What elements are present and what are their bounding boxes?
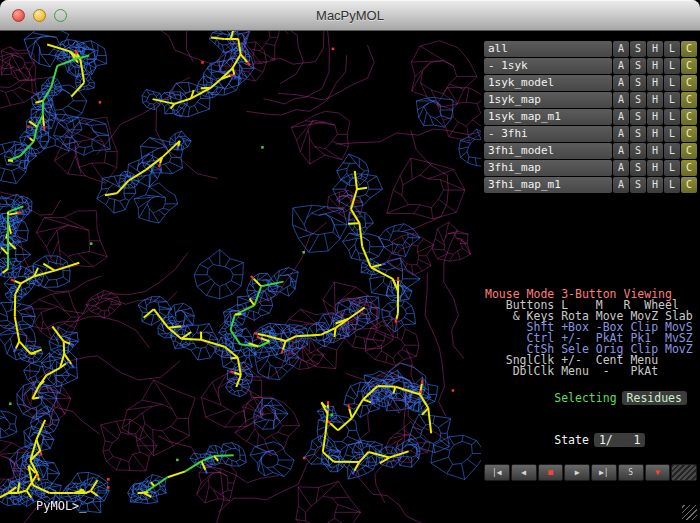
color-button[interactable]: C xyxy=(681,92,697,108)
hide-button[interactable]: H xyxy=(647,143,663,159)
traffic-lights xyxy=(12,0,67,30)
hide-button[interactable]: H xyxy=(647,177,663,193)
show-button[interactable]: S xyxy=(630,126,646,142)
hide-button[interactable]: H xyxy=(647,58,663,74)
movie-controls: |◀ ◀ ■ ▶ ▶| S ▼ xyxy=(484,464,697,481)
show-button[interactable]: S xyxy=(630,58,646,74)
color-button[interactable]: C xyxy=(681,41,697,57)
object-name-button[interactable]: 1syk_model xyxy=(484,75,612,91)
object-name-button[interactable]: 1syk_map xyxy=(484,92,612,108)
object-name-button[interactable]: 1syk_map_m1 xyxy=(484,109,612,125)
label-button[interactable]: L xyxy=(664,58,680,74)
minimize-button[interactable] xyxy=(33,9,46,22)
viewport-3d[interactable]: PyMOL>_ xyxy=(0,31,481,523)
selecting-row: SelectingResidues xyxy=(485,377,700,419)
object-row: 1syk_model A S H L C xyxy=(484,75,697,91)
object-row: - 1syk A S H L C xyxy=(484,58,697,74)
panel-spacer xyxy=(481,194,700,289)
color-button[interactable]: C xyxy=(681,126,697,142)
object-name-button[interactable]: all xyxy=(484,41,612,57)
color-button[interactable]: C xyxy=(681,177,697,193)
color-button[interactable]: C xyxy=(681,58,697,74)
show-button[interactable]: S xyxy=(630,109,646,125)
action-button[interactable]: A xyxy=(613,41,629,57)
macpymol-window: MacPyMOL PyMOL>_ all A S H L C - 1syk A xyxy=(0,0,700,523)
object-row: 3fhi_map A S H L C xyxy=(484,160,697,176)
state-value: 1/ 1 xyxy=(594,433,646,447)
stop-button[interactable]: ■ xyxy=(538,464,564,481)
object-list: all A S H L C - 1syk A S H L C 1syk_mode… xyxy=(481,41,700,194)
zoom-button[interactable] xyxy=(54,9,67,22)
action-button[interactable]: A xyxy=(613,177,629,193)
show-button[interactable]: S xyxy=(630,177,646,193)
action-button[interactable]: A xyxy=(613,109,629,125)
object-name-button[interactable]: 3fhi_map_m1 xyxy=(484,177,612,193)
label-button[interactable]: L xyxy=(664,177,680,193)
last-frame-button[interactable]: ▶| xyxy=(591,464,617,481)
show-button[interactable]: S xyxy=(630,143,646,159)
color-button[interactable]: C xyxy=(681,160,697,176)
color-button[interactable]: C xyxy=(681,143,697,159)
hide-button[interactable]: H xyxy=(647,41,663,57)
object-row: 1syk_map A S H L C xyxy=(484,92,697,108)
show-button[interactable]: S xyxy=(630,160,646,176)
object-name-button[interactable]: - 3fhi xyxy=(484,126,612,142)
state-row: State1/ 1 xyxy=(485,419,700,461)
action-button[interactable]: A xyxy=(613,58,629,74)
object-row: - 3fhi A S H L C xyxy=(484,126,697,142)
play-button[interactable]: ▶ xyxy=(564,464,590,481)
main-content: PyMOL>_ all A S H L C - 1syk A S H L xyxy=(0,31,700,523)
show-button[interactable]: S xyxy=(630,41,646,57)
state-label: State xyxy=(554,433,589,447)
hide-button[interactable]: H xyxy=(647,75,663,91)
label-button[interactable]: L xyxy=(664,41,680,57)
action-button[interactable]: A xyxy=(613,143,629,159)
label-button[interactable]: L xyxy=(664,160,680,176)
show-button[interactable]: S xyxy=(630,75,646,91)
mouse-help-panel: Mouse Mode 3-Button Viewing Buttons L M … xyxy=(481,289,700,461)
action-button[interactable]: A xyxy=(613,75,629,91)
object-row: 1syk_map_m1 A S H L C xyxy=(484,109,697,125)
window-title: MacPyMOL xyxy=(316,8,384,23)
object-row: all A S H L C xyxy=(484,41,697,57)
close-button[interactable] xyxy=(12,9,25,22)
sidebar: all A S H L C - 1syk A S H L C 1syk_mode… xyxy=(481,31,700,523)
hide-button[interactable]: H xyxy=(647,109,663,125)
scene-button[interactable]: S xyxy=(618,464,644,481)
titlebar[interactable]: MacPyMOL xyxy=(0,0,700,31)
selecting-label: Selecting xyxy=(554,391,616,405)
hide-button[interactable]: H xyxy=(647,126,663,142)
label-button[interactable]: L xyxy=(664,143,680,159)
action-button[interactable]: A xyxy=(613,160,629,176)
vcr-grip-cell xyxy=(671,464,697,481)
hide-button[interactable]: H xyxy=(647,92,663,108)
object-name-button[interactable]: - 1syk xyxy=(484,58,612,74)
action-button[interactable]: A xyxy=(613,126,629,142)
viewport-canvas[interactable] xyxy=(0,31,481,523)
label-button[interactable]: L xyxy=(664,75,680,91)
color-button[interactable]: C xyxy=(681,75,697,91)
label-button[interactable]: L xyxy=(664,109,680,125)
mouse-help-line: DblClk Menu - PkAt xyxy=(485,366,700,377)
selecting-mode-button[interactable]: Residues xyxy=(622,391,687,405)
movie-menu-button[interactable]: ▼ xyxy=(645,464,671,481)
first-frame-button[interactable]: |◀ xyxy=(484,464,510,481)
object-name-button[interactable]: 3fhi_map xyxy=(484,160,612,176)
label-button[interactable]: L xyxy=(664,126,680,142)
action-button[interactable]: A xyxy=(613,92,629,108)
object-row: 3fhi_map_m1 A S H L C xyxy=(484,177,697,193)
previous-frame-button[interactable]: ◀ xyxy=(511,464,537,481)
resize-grip[interactable] xyxy=(682,505,697,520)
label-button[interactable]: L xyxy=(664,92,680,108)
object-name-button[interactable]: 3fhi_model xyxy=(484,143,612,159)
hide-button[interactable]: H xyxy=(647,160,663,176)
object-row: 3fhi_model A S H L C xyxy=(484,143,697,159)
command-prompt[interactable]: PyMOL>_ xyxy=(36,499,87,513)
show-button[interactable]: S xyxy=(630,92,646,108)
color-button[interactable]: C xyxy=(681,109,697,125)
panel-bottom-spacer xyxy=(481,481,700,523)
